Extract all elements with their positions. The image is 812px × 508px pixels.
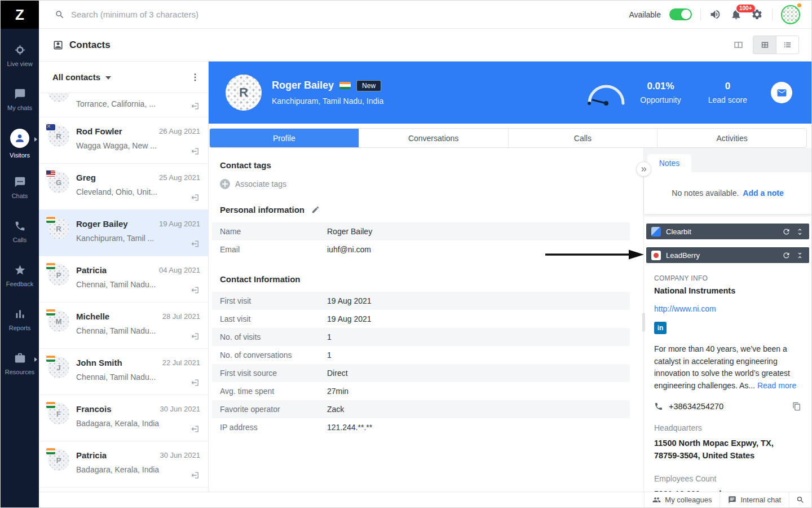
sound-icon[interactable]: [709, 8, 722, 21]
sidebar-item-resources[interactable]: Resources: [1, 341, 39, 386]
copy-icon[interactable]: [792, 402, 801, 411]
opportunity-gauge: [584, 80, 629, 106]
refresh-icon[interactable]: [782, 251, 791, 260]
contact-list-item[interactable]: R Roger Bailey 19 Aug 2021 Kanchipuram, …: [39, 210, 208, 256]
board-view-icon[interactable]: [733, 40, 744, 50]
edit-pencil-icon[interactable]: [311, 205, 320, 214]
sidebar-item-chats[interactable]: Chats: [1, 165, 39, 209]
internal-chat-button[interactable]: Internal chat: [720, 492, 789, 507]
sidebar-item-icon: [14, 44, 26, 56]
india-flag-icon: [339, 82, 351, 89]
tab-conversations[interactable]: Conversations: [359, 129, 509, 147]
employees-value: 5001-10,000 employees: [654, 488, 789, 492]
contact-name: Patricia: [76, 450, 107, 460]
brand-logo[interactable]: Z: [1, 1, 39, 29]
headquarters-value: 11500 North Mopac Expwy, TX, 78759-3504,…: [654, 437, 789, 462]
tab-profile[interactable]: Profile: [210, 129, 359, 147]
sidebar-item-calls[interactable]: Calls: [1, 209, 39, 253]
linkedin-icon[interactable]: in: [654, 322, 667, 334]
visitor-path-icon[interactable]: [190, 192, 200, 203]
visitor-path-icon[interactable]: [190, 470, 200, 480]
contact-avatar: P: [48, 264, 69, 286]
contacts-header: Contacts: [39, 29, 811, 62]
info-label: IP address: [220, 423, 327, 432]
contact-list-item[interactable]: P Patricia 30 Jun 2021 Badagara, Kerala,…: [39, 441, 208, 488]
contact-avatar: R: [48, 125, 69, 147]
contact-name: Patricia: [76, 265, 107, 275]
availability-toggle[interactable]: [669, 8, 692, 20]
list-view-button[interactable]: [776, 36, 798, 54]
visitor-path-icon[interactable]: [190, 101, 200, 111]
notifications-bell-icon[interactable]: 100+: [730, 8, 743, 21]
tab-calls[interactable]: Calls: [509, 129, 658, 147]
expand-collapse-icon[interactable]: [796, 227, 804, 236]
contact-list-item[interactable]: M Michelle 28 Jul 2021 Chennai, Tamil Na…: [39, 303, 208, 349]
visitor-path-icon[interactable]: [190, 239, 200, 249]
contact-hero-location: Kanchipuram, Tamil Nadu, India: [272, 97, 383, 106]
contact-list-item[interactable]: Torrance, California, ...: [39, 93, 208, 117]
notes-tab-strip: Notes: [644, 148, 811, 172]
info-label: Favorite operator: [220, 405, 327, 414]
info-value: 1: [327, 351, 332, 360]
refresh-icon[interactable]: [782, 227, 791, 236]
contact-list-item[interactable]: F Francois 30 Jun 2021 Badagara, Kerala,…: [39, 395, 208, 441]
contact-list-item[interactable]: R Rod Fowler 26 Aug 2021 Wagga Wagga, Ne…: [39, 117, 208, 164]
sidebar-item-my-chats[interactable]: My chats: [1, 77, 39, 121]
contact-list-panel: All contacts Torrance, California, ...: [39, 62, 209, 492]
visitor-path-icon[interactable]: [190, 146, 200, 156]
contacts-filter-dropdown[interactable]: All contacts: [52, 72, 111, 82]
settings-gear-icon[interactable]: [751, 8, 764, 21]
hero-metrics: 0.01% Opportunity 0 Lead score: [584, 80, 795, 106]
tab-activities[interactable]: Activities: [657, 129, 806, 147]
info-value: 1: [327, 332, 332, 341]
my-colleagues-button[interactable]: My colleagues: [644, 492, 720, 507]
associate-tags-button[interactable]: Associate tags: [220, 179, 630, 189]
hero-avatar-initial: R: [239, 85, 248, 100]
contact-list-item[interactable]: P Patricia 04 Aug 2021 Chennai, Tamil Na…: [39, 256, 208, 303]
user-avatar[interactable]: [781, 5, 800, 24]
contact-list-item[interactable]: J John Smith 22 Jul 2021 Chennai, Tamil …: [39, 349, 208, 395]
list-menu-kebab-icon[interactable]: [190, 72, 200, 82]
contact-avatar: F: [48, 403, 69, 424]
visitor-path-icon[interactable]: [190, 378, 200, 388]
panel-collapse-button[interactable]: [636, 161, 651, 177]
contact-list-item[interactable]: G Greg 25 Aug 2021 Cleveland, Ohio, Unit…: [39, 164, 208, 210]
integration-bars: Clearbit LeadBerry: [644, 224, 811, 263]
add-note-link[interactable]: Add a note: [743, 189, 783, 198]
contact-list: Torrance, California, ... R Rod Fowler 2…: [39, 93, 208, 488]
sidebar-item-visitors[interactable]: Visitors: [1, 121, 39, 165]
panel-resize-handle[interactable]: [642, 313, 645, 332]
send-email-button[interactable]: [771, 82, 792, 103]
table-view-button[interactable]: [753, 36, 776, 54]
info-row: First visit source Direct: [212, 364, 630, 382]
footer-search-button[interactable]: [789, 492, 811, 507]
visitor-path-icon[interactable]: [190, 331, 200, 341]
avatar-initial: P: [56, 271, 61, 279]
info-value: 121.244.**.**: [327, 423, 372, 432]
read-more-link[interactable]: Read more: [757, 381, 796, 390]
integration-clearbit[interactable]: Clearbit: [646, 224, 809, 239]
tab-notes[interactable]: Notes: [647, 154, 691, 172]
sidebar-item-live-view[interactable]: Live view: [1, 33, 39, 77]
expand-collapse-icon[interactable]: [796, 251, 804, 260]
sidebar-item-feedback[interactable]: Feedback: [1, 253, 39, 297]
contact-date: 26 Aug 2021: [159, 127, 200, 135]
company-website-link[interactable]: http://www.ni.com: [654, 304, 716, 313]
sidebar: Z Live view My chats Visitors: [1, 1, 39, 508]
global-search: [55, 10, 320, 20]
lead-score-label: Lead score: [708, 95, 747, 104]
contact-avatar: J: [48, 357, 69, 378]
sidebar-item-reports[interactable]: Reports: [1, 297, 39, 341]
contact-name: Michelle: [76, 312, 109, 321]
visitor-path-icon[interactable]: [190, 285, 200, 295]
company-phone: +38634254270: [669, 402, 787, 411]
contact-tags-title: Contact tags: [220, 160, 630, 170]
sidebar-item-label: Resources: [5, 369, 35, 375]
search-input[interactable]: [71, 10, 302, 19]
integration-leadberry[interactable]: LeadBerry: [646, 247, 809, 263]
info-row: No. of visits 1: [212, 328, 630, 346]
integration-label: Clearbit: [666, 227, 777, 236]
info-row: Favorite operator Zack: [212, 400, 630, 418]
info-label: First visit: [220, 296, 327, 305]
visitor-path-icon[interactable]: [190, 424, 200, 434]
